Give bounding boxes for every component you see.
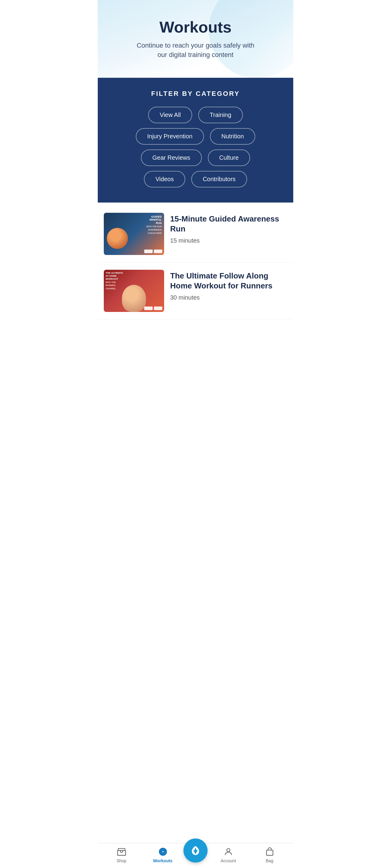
filter-gear-reviews[interactable]: Gear Reviews <box>141 150 202 166</box>
fleet-logo-2 <box>154 307 162 310</box>
filter-contributors[interactable]: Contributors <box>191 171 247 187</box>
filter-training[interactable]: Training <box>198 107 243 123</box>
filter-injury-prevention[interactable]: Injury Prevention <box>136 128 204 145</box>
filter-grid: View All Training Injury Prevention Nutr… <box>107 107 284 187</box>
content-meta-2: 30 minutes <box>170 294 287 301</box>
thumb-logos-1 <box>144 250 162 253</box>
filter-view-all[interactable]: View All <box>148 107 192 123</box>
page-title: Workouts <box>107 18 284 36</box>
thumbnail-1: GUIDEDMINDFULRUNWITH THE RUNEXPERIENCECO… <box>104 213 164 255</box>
hero-section: Workouts Continue to reach your goals sa… <box>98 0 293 78</box>
filter-videos[interactable]: Videos <box>144 171 185 187</box>
content-item-1[interactable]: GUIDEDMINDFULRUNWITH THE RUNEXPERIENCECO… <box>98 206 293 262</box>
content-title-1: 15-Minute Guided Awareness Run <box>170 214 287 235</box>
content-info-2: The Ultimate Follow Along Home Workout f… <box>170 270 287 301</box>
content-item-2[interactable]: THE ULTIMATEAT HOMEWORKOUTWITH THERUNNIN… <box>98 262 293 319</box>
content-info-1: 15-Minute Guided Awareness Run 15 minute… <box>170 213 287 244</box>
thumb-text-1: GUIDEDMINDFULRUNWITH THE RUNEXPERIENCECO… <box>146 215 162 235</box>
filter-culture[interactable]: Culture <box>208 150 250 166</box>
thumb-face-2 <box>122 285 146 312</box>
fleet-logo <box>154 250 162 253</box>
thumb-face-1 <box>107 228 128 249</box>
filter-row-4: Videos Contributors <box>144 171 247 187</box>
filter-nutrition[interactable]: Nutrition <box>210 128 255 145</box>
hero-subtitle: Continue to reach your goals safely with… <box>132 41 259 60</box>
content-title-2: The Ultimate Follow Along Home Workout f… <box>170 271 287 291</box>
filter-row-1: View All Training <box>148 107 243 123</box>
thumbnail-2: THE ULTIMATEAT HOMEWORKOUTWITH THERUNNIN… <box>104 270 164 312</box>
thumb-text-2: THE ULTIMATEAT HOMEWORKOUTWITH THERUNNIN… <box>106 272 123 290</box>
thumb-logos-2 <box>144 307 162 310</box>
content-list: GUIDEDMINDFULRUNWITH THE RUNEXPERIENCECO… <box>98 203 293 322</box>
run-logo <box>144 250 153 253</box>
filter-row-3: Gear Reviews Culture <box>141 150 250 166</box>
filter-heading: FILTER BY CATEGORY <box>107 90 284 98</box>
run-logo-2 <box>144 307 153 310</box>
filter-row-2: Injury Prevention Nutrition <box>136 128 255 145</box>
content-meta-1: 15 minutes <box>170 237 287 244</box>
filter-section: FILTER BY CATEGORY View All Training Inj… <box>98 78 293 203</box>
